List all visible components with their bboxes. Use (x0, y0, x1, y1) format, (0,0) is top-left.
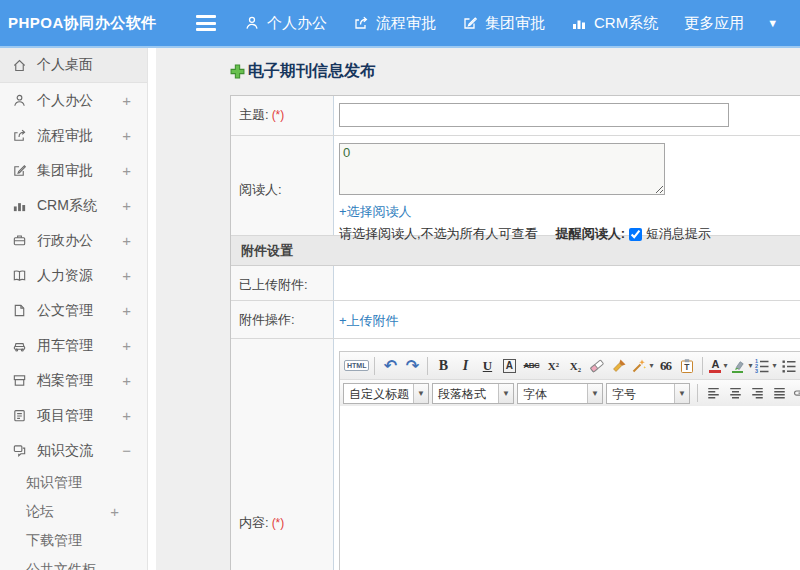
caret-down-icon: ▼ (498, 384, 513, 403)
briefcase-icon (12, 233, 28, 249)
redo-button[interactable]: ↷ (401, 355, 423, 377)
underline-button[interactable]: U (476, 355, 498, 377)
upload-attachment-link[interactable]: +上传附件 (339, 312, 399, 330)
book-icon (12, 268, 28, 284)
format-brush-button[interactable] (608, 355, 630, 377)
html-source-button[interactable]: HTML (343, 355, 370, 377)
align-right-button[interactable] (746, 382, 768, 404)
sidebar: 个人桌面 个人办公 + 流程审批 + 集团审批 + CRM系统 + 行政办公 +… (0, 48, 148, 570)
expand-toggle[interactable]: + (122, 372, 131, 389)
caret-down-icon: ▼ (767, 17, 778, 29)
sidebar-subitem-download-mgmt[interactable]: 下载管理 (0, 526, 147, 555)
workflow-icon (353, 15, 369, 31)
bold-button[interactable]: B (432, 355, 454, 377)
plus-icon (230, 64, 245, 79)
insert-link-button[interactable] (790, 382, 800, 404)
workflow-icon (12, 128, 28, 144)
caret-down-icon: ▾ (649, 361, 653, 370)
caret-down-icon: ▼ (674, 384, 689, 403)
uploaded-label: 已上传附件: (239, 277, 308, 292)
caret-down-icon: ▾ (772, 361, 776, 370)
sidebar-item-knowledge-exchange[interactable]: 知识交流 − (0, 433, 147, 468)
sidebar-item-personal-desktop[interactable]: 个人桌面 (0, 48, 147, 83)
font-color-button[interactable]: A▾ (707, 355, 729, 377)
nav-more-apps[interactable]: 更多应用 ▼ (684, 14, 778, 33)
required-mark: (*) (272, 516, 285, 530)
nav-workflow-approval[interactable]: 流程审批 (353, 14, 436, 33)
expand-toggle[interactable]: + (122, 232, 131, 249)
superscript-button[interactable]: X² (542, 355, 564, 377)
select-readers-link[interactable]: +选择阅读人 (339, 203, 412, 221)
eraser-button[interactable] (586, 355, 608, 377)
sms-remind-checkbox[interactable] (629, 228, 642, 241)
sidebar-item-archive-mgmt[interactable]: 档案管理 + (0, 363, 147, 398)
form-row-uploaded: 已上传附件: (231, 266, 800, 301)
align-center-button[interactable] (724, 382, 746, 404)
expand-toggle[interactable]: + (122, 337, 131, 354)
form-row-subject: 主题:(*) (231, 96, 800, 136)
sidebar-item-document-mgmt[interactable]: 公文管理 + (0, 293, 147, 328)
font-border-button[interactable]: A (498, 355, 520, 377)
italic-button[interactable]: I (454, 355, 476, 377)
sidebar-item-hr[interactable]: 人力资源 + (0, 258, 147, 293)
editor-content-area[interactable] (340, 406, 800, 570)
align-left-button[interactable] (702, 382, 724, 404)
sidebar-subitem-forum[interactable]: 论坛 + (0, 497, 147, 526)
ordered-list-button[interactable]: 123▾ (753, 355, 777, 377)
sidebar-item-project-mgmt[interactable]: 项目管理 + (0, 398, 147, 433)
archive-icon (12, 373, 28, 389)
sidebar-item-group-approval[interactable]: 集团审批 + (0, 153, 147, 188)
expand-toggle[interactable]: + (122, 197, 131, 214)
expand-toggle[interactable]: + (122, 162, 131, 179)
sidebar-item-vehicle-mgmt[interactable]: 用车管理 + (0, 328, 147, 363)
expand-toggle[interactable]: + (122, 302, 131, 319)
app-brand: PHPOA协同办公软件 (0, 14, 196, 33)
readers-textarea[interactable]: 0 (339, 143, 665, 195)
expand-toggle[interactable]: + (122, 127, 131, 144)
subject-input[interactable] (339, 103, 729, 127)
collapse-toggle[interactable]: − (122, 442, 131, 459)
align-left-icon (706, 386, 721, 400)
svg-text:T: T (685, 362, 691, 372)
unordered-list-button[interactable] (778, 355, 800, 377)
expand-toggle[interactable]: + (122, 267, 131, 284)
blockquote-button[interactable]: 66 (654, 355, 676, 377)
sidebar-item-personal-office[interactable]: 个人办公 + (0, 83, 147, 118)
font-family-select[interactable]: 字体▼ (517, 383, 603, 404)
clipboard-icon (12, 408, 28, 424)
sidebar-subitem-knowledge-mgmt[interactable]: 知识管理 (0, 468, 147, 497)
editor-toolbar-row2: 自定义标题▼ 段落格式▼ 字体▼ 字号▼ (340, 379, 800, 406)
bar-chart-icon (571, 15, 587, 31)
menu-toggle-icon[interactable] (196, 15, 216, 31)
sidebar-subitem-public-file-cabinet[interactable]: 公共文件柜 (0, 555, 147, 570)
link-icon (793, 385, 800, 401)
sidebar-item-admin-office[interactable]: 行政办公 + (0, 223, 147, 258)
nav-group-approval[interactable]: 集团审批 (462, 14, 545, 33)
highlight-color-button[interactable]: ▾ (729, 355, 753, 377)
sidebar-item-crm[interactable]: CRM系统 + (0, 188, 147, 223)
justify-button[interactable] (768, 382, 790, 404)
undo-icon: ↶ (384, 356, 397, 375)
attach-action-label: 附件操作: (239, 312, 295, 327)
required-mark: (*) (272, 108, 285, 122)
expand-toggle[interactable]: + (122, 407, 131, 424)
expand-toggle[interactable]: + (110, 503, 119, 520)
home-icon (12, 57, 28, 73)
subject-label: 主题: (239, 107, 269, 122)
publish-form: 主题:(*) 阅读人: 0 +选择阅读人 请选择阅读人,不选为所有人可查看 提醒… (230, 95, 800, 570)
rich-text-editor: HTML ↶ ↷ B I U A ABC X² X₂ ▾ (339, 351, 800, 570)
sidebar-item-workflow-approval[interactable]: 流程审批 + (0, 118, 147, 153)
brush-icon (611, 358, 627, 374)
paste-plain-text-button[interactable]: T (676, 355, 698, 377)
font-size-select[interactable]: 字号▼ (606, 383, 690, 404)
undo-button[interactable]: ↶ (379, 355, 401, 377)
autotypeset-button[interactable]: ▾ (630, 355, 654, 377)
expand-toggle[interactable]: + (122, 92, 131, 109)
nav-crm-system[interactable]: CRM系统 (571, 14, 658, 33)
custom-title-select[interactable]: 自定义标题▼ (343, 383, 429, 404)
nav-personal-office[interactable]: 个人办公 (244, 14, 327, 33)
subscript-button[interactable]: X₂ (564, 355, 586, 377)
uploaded-files-area (334, 266, 800, 300)
strikethrough-button[interactable]: ABC (520, 355, 542, 377)
paragraph-format-select[interactable]: 段落格式▼ (432, 383, 514, 404)
